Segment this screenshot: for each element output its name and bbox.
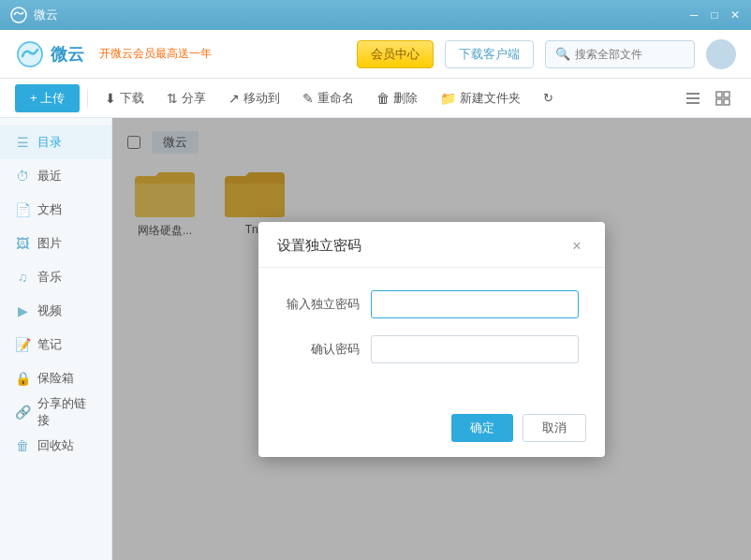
rename-button[interactable]: ✎ 重命名 <box>293 84 363 112</box>
main-area: ☰ 目录 ⏱ 最近 📄 文档 🖼 图片 ♫ 音乐 ▶ 视频 📝 笔记 🔒 <box>0 118 751 560</box>
search-icon: 🔍 <box>555 47 570 61</box>
sidebar-item-recent[interactable]: ⏱ 最近 <box>0 159 111 193</box>
sidebar-item-notes[interactable]: 📝 笔记 <box>0 328 111 361</box>
svg-rect-7 <box>724 92 729 97</box>
app-logo-icon <box>9 6 28 24</box>
confirm-password-row: 确认密码 <box>285 335 579 363</box>
vip-button[interactable]: 会员中心 <box>357 40 434 68</box>
sidebar-item-vault[interactable]: 🔒 保险箱 <box>0 361 111 395</box>
dialog-overlay: 设置独立密码 × 输入独立密码 确认密码 确定 取消 <box>112 118 751 560</box>
sidebar-item-directory[interactable]: ☰ 目录 <box>0 125 111 159</box>
move-icon: ↗ <box>228 91 240 106</box>
dialog-header: 设置独立密码 × <box>258 222 605 268</box>
minimize-button[interactable]: ─ <box>687 8 700 22</box>
search-box: 🔍 <box>545 40 695 68</box>
new-folder-button[interactable]: 📁 新建文件夹 <box>431 84 530 112</box>
move-button[interactable]: ↗ 移动到 <box>219 84 289 112</box>
confirm-password-input[interactable] <box>371 335 579 363</box>
sidebar-item-music[interactable]: ♫ 音乐 <box>0 260 111 294</box>
share-button[interactable]: ⇅ 分享 <box>157 84 215 112</box>
svg-point-1 <box>17 41 43 67</box>
delete-icon: 🗑 <box>376 91 390 106</box>
confirm-password-label: 确认密码 <box>285 341 360 358</box>
app-title: 微云 <box>34 7 58 23</box>
upload-button[interactable]: + 上传 <box>15 84 80 112</box>
weiyun-logo-icon <box>15 39 45 69</box>
download-icon: ⬇ <box>105 91 116 106</box>
recycle-icon: 🗑 <box>15 438 30 453</box>
refresh-button[interactable]: ↻ <box>534 84 563 112</box>
search-input[interactable] <box>575 48 687 61</box>
password-input[interactable] <box>371 290 579 318</box>
vault-icon: 🔒 <box>15 371 30 386</box>
download-button[interactable]: ⬇ 下载 <box>96 84 154 112</box>
sidebar-item-docs[interactable]: 📄 文档 <box>0 193 111 227</box>
dialog-footer: 确定 取消 <box>258 403 605 457</box>
video-icon: ▶ <box>15 303 30 318</box>
sidebar: ☰ 目录 ⏱ 最近 📄 文档 🖼 图片 ♫ 音乐 ▶ 视频 📝 笔记 🔒 <box>0 118 112 560</box>
content-area: 微云 网络硬盘... Tne 设置独 <box>112 118 751 560</box>
titlebar: 微云 ─ □ ✕ <box>0 0 751 30</box>
toolbar: + 上传 ⬇ 下载 ⇅ 分享 ↗ 移动到 ✎ 重命名 🗑 删除 📁 新建文件夹 … <box>0 79 751 118</box>
svg-rect-5 <box>686 102 699 104</box>
avatar[interactable] <box>706 39 736 69</box>
cancel-button[interactable]: 取消 <box>523 414 586 442</box>
logo-text: 微云 <box>51 43 84 66</box>
list-view-button[interactable] <box>680 85 706 111</box>
dialog-close-button[interactable]: × <box>567 237 586 256</box>
sidebar-item-video[interactable]: ▶ 视频 <box>0 294 111 328</box>
directory-icon: ☰ <box>15 135 30 150</box>
dialog: 设置独立密码 × 输入独立密码 确认密码 确定 取消 <box>258 222 605 457</box>
svg-rect-8 <box>716 99 722 105</box>
svg-rect-4 <box>686 97 699 99</box>
svg-rect-3 <box>686 93 699 95</box>
share-icon: ⇅ <box>167 91 178 106</box>
sidebar-item-photos[interactable]: 🖼 图片 <box>0 227 111 260</box>
password-row: 输入独立密码 <box>285 290 579 318</box>
download-client-button[interactable]: 下载客户端 <box>445 40 534 68</box>
notes-icon: 📝 <box>15 337 30 352</box>
sidebar-item-shared-links[interactable]: 🔗 分享的链接 <box>0 395 111 429</box>
docs-icon: 📄 <box>15 202 30 217</box>
svg-rect-9 <box>724 99 729 105</box>
promo-text: 开微云会员最高送一年 <box>99 46 212 62</box>
music-icon: ♫ <box>15 270 30 285</box>
photos-icon: 🖼 <box>15 236 30 251</box>
close-button[interactable]: ✕ <box>729 8 742 22</box>
logo-area: 微云 <box>15 39 84 69</box>
toolbar-separator-1 <box>87 89 88 108</box>
maximize-button[interactable]: □ <box>708 8 721 22</box>
new-folder-icon: 📁 <box>440 91 456 106</box>
recent-icon: ⏱ <box>15 169 30 184</box>
sidebar-item-recycle[interactable]: 🗑 回收站 <box>0 429 111 463</box>
svg-point-0 <box>11 7 26 22</box>
grid-view-button[interactable] <box>710 85 736 111</box>
dialog-title: 设置独立密码 <box>277 237 361 255</box>
svg-rect-6 <box>716 92 722 97</box>
password-label: 输入独立密码 <box>285 296 360 313</box>
delete-button[interactable]: 🗑 删除 <box>367 84 427 112</box>
shared-links-icon: 🔗 <box>15 405 30 420</box>
header: 微云 开微云会员最高送一年 会员中心 下载客户端 🔍 <box>0 30 751 79</box>
dialog-body: 输入独立密码 确认密码 <box>258 268 605 403</box>
confirm-button[interactable]: 确定 <box>451 414 513 442</box>
rename-icon: ✎ <box>302 91 314 106</box>
